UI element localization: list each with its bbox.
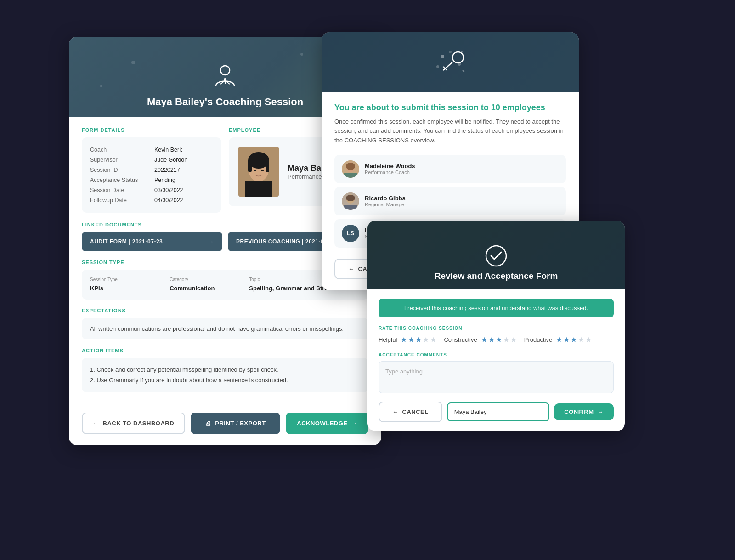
- form-details-box: Coach Kevin Berk Supervisor Jude Gordon …: [82, 137, 221, 213]
- rate-label: RATE THIS COACHING SESSION: [379, 326, 614, 331]
- employee-photo: [238, 147, 279, 197]
- avatar-leadership: LS: [342, 225, 359, 242]
- arrow-right-icon: →: [598, 408, 604, 415]
- star-1[interactable]: ★: [481, 335, 487, 344]
- svg-point-0: [220, 66, 230, 75]
- review-cancel-button[interactable]: ← CANCEL: [379, 402, 442, 422]
- star-5[interactable]: ★: [510, 335, 517, 344]
- back-to-dashboard-button[interactable]: ← BACK TO DASHBOARD: [82, 413, 185, 434]
- detail-session-id: Session ID 20220217: [90, 165, 213, 175]
- employee-info-ricardo: Ricardo Gibbs Regional Manager: [365, 195, 406, 207]
- arrow-left-icon: ←: [93, 420, 99, 427]
- submit-title: You are about to submit this session to …: [334, 103, 566, 113]
- svg-point-20: [449, 51, 452, 53]
- svg-rect-29: [344, 205, 357, 210]
- coaching-icon: [211, 63, 239, 92]
- session-category-field: Category Communication: [170, 277, 243, 292]
- svg-rect-25: [344, 173, 357, 178]
- expectations-box: All written communications are professio…: [82, 318, 368, 340]
- submit-hero: [322, 32, 579, 92]
- detail-acceptance: Acceptance Status Pending: [90, 175, 213, 185]
- star-4[interactable]: ★: [423, 335, 429, 344]
- detail-session-date: Session Date 03/30/2022: [90, 185, 213, 195]
- review-hero: Review and Acceptance Form: [368, 221, 625, 289]
- stars-constructive[interactable]: ★ ★ ★ ★ ★: [481, 335, 517, 344]
- star-4[interactable]: ★: [578, 335, 584, 344]
- expectations-label: EXPECTATIONS: [82, 308, 368, 313]
- comments-textarea[interactable]: Type anything...: [379, 361, 614, 393]
- comments-label: ACCEPTANCE COMMENTS: [379, 352, 614, 357]
- review-footer: ← CANCEL CONFIRM →: [379, 402, 614, 422]
- detail-coach: Coach Kevin Berk: [90, 145, 213, 155]
- star-1[interactable]: ★: [401, 335, 407, 344]
- stars-helpful[interactable]: ★ ★ ★ ★ ★: [401, 335, 436, 344]
- review-hero-title: Review and Acceptance Form: [435, 271, 558, 281]
- svg-point-30: [486, 246, 506, 266]
- arrow-right-icon: →: [351, 420, 358, 427]
- session-type-field: Session Type KPIs: [90, 277, 164, 292]
- star-2[interactable]: ★: [408, 335, 414, 344]
- arrow-right-icon: →: [209, 238, 215, 245]
- print-icon: 🖨: [205, 420, 212, 427]
- svg-point-12: [261, 170, 264, 171]
- review-acceptance-card: Review and Acceptance Form I received th…: [368, 221, 625, 431]
- svg-point-13: [452, 52, 464, 63]
- star-4[interactable]: ★: [503, 335, 509, 344]
- svg-point-28: [346, 195, 355, 201]
- rating-helpful: Helpful ★ ★ ★ ★ ★: [379, 335, 436, 344]
- detail-supervisor: Supervisor Jude Gordon: [90, 155, 213, 165]
- employee-info-madeleine: Madeleine Woods Performance Coach: [365, 163, 415, 175]
- star-3[interactable]: ★: [571, 335, 577, 344]
- acceptance-bar: I received this coaching session and und…: [379, 299, 614, 317]
- star-1[interactable]: ★: [556, 335, 562, 344]
- svg-line-14: [443, 62, 452, 70]
- svg-point-17: [458, 63, 461, 66]
- svg-point-24: [346, 163, 355, 170]
- svg-rect-9: [248, 159, 252, 172]
- card-main-title: Maya Bailey's Coaching Session: [147, 96, 303, 108]
- name-input[interactable]: [447, 402, 550, 421]
- employee-item-ricardo: Ricardo Gibbs Regional Manager: [334, 187, 566, 215]
- star-5[interactable]: ★: [430, 335, 436, 344]
- rating-productive: Productive ★ ★ ★ ★ ★: [524, 335, 592, 344]
- star-3[interactable]: ★: [415, 335, 422, 344]
- svg-point-16: [441, 55, 444, 58]
- svg-point-18: [436, 65, 439, 68]
- submit-description: Once confirmed this session, each employ…: [334, 117, 566, 146]
- svg-point-19: [461, 51, 463, 53]
- employee-item-madeleine: Madeleine Woods Performance Coach: [334, 155, 566, 183]
- action-items-label: ACTION ITEMS: [82, 348, 368, 353]
- action-items-box: 1. Check and correct any potential missp…: [82, 358, 368, 392]
- svg-point-11: [254, 170, 256, 171]
- star-3[interactable]: ★: [496, 335, 502, 344]
- star-5[interactable]: ★: [585, 335, 592, 344]
- rating-constructive: Constructive ★ ★ ★ ★ ★: [444, 335, 516, 344]
- acknowledge-button[interactable]: ACKNOWLEDGE →: [286, 413, 368, 434]
- avatar-ricardo: [342, 192, 359, 210]
- star-2[interactable]: ★: [563, 335, 570, 344]
- stars-productive[interactable]: ★ ★ ★ ★ ★: [556, 335, 592, 344]
- review-confirm-button[interactable]: CONFIRM →: [554, 403, 614, 420]
- form-details-label: FORM DETAILS: [82, 127, 221, 133]
- avatar-madeleine: [342, 160, 359, 178]
- detail-followup: Followup Date 04/30/2022: [90, 195, 213, 205]
- star-2[interactable]: ★: [488, 335, 495, 344]
- doc-audit-form[interactable]: AUDIT FORM | 2021-07-23 →: [82, 232, 222, 251]
- svg-rect-6: [245, 181, 272, 197]
- svg-line-21: [463, 70, 464, 72]
- print-export-button[interactable]: 🖨 PRINT / EXPORT: [191, 413, 280, 434]
- svg-rect-10: [266, 159, 269, 172]
- arrow-left-icon: ←: [392, 408, 399, 415]
- rating-row: Helpful ★ ★ ★ ★ ★ Constructive ★ ★ ★: [379, 335, 614, 344]
- arrow-left-icon: ←: [348, 266, 355, 272]
